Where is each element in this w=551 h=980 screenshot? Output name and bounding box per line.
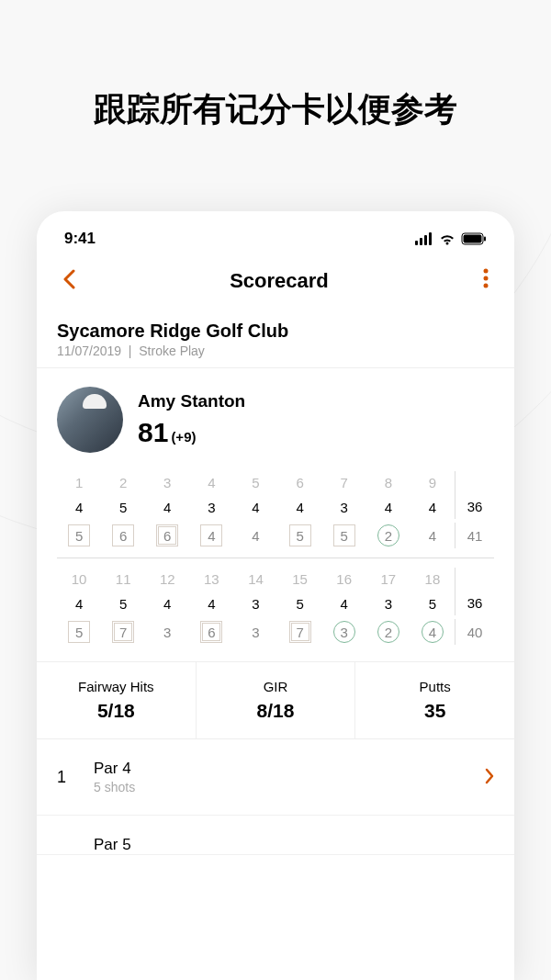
par-val: 4 xyxy=(57,592,101,615)
stat-label: GIR xyxy=(197,679,355,694)
score-cell[interactable]: 2 xyxy=(366,523,410,548)
hole-details: Par 4 5 shots xyxy=(94,760,485,794)
svg-point-7 xyxy=(484,269,489,274)
hole-num: 8 xyxy=(366,471,410,494)
score-cell[interactable]: 5 xyxy=(322,523,366,548)
score-total: 40 xyxy=(455,621,494,644)
score-total: 41 xyxy=(455,524,494,547)
par-val: 3 xyxy=(189,496,233,519)
score-cell[interactable]: 5 xyxy=(278,523,322,548)
par-val: 3 xyxy=(322,496,366,519)
par-total: 36 xyxy=(455,591,494,614)
nav-bar: Scorecard xyxy=(37,257,514,310)
hole-num: 18 xyxy=(410,568,455,591)
hole-num: 10 xyxy=(57,568,101,591)
score-diff: (+9) xyxy=(171,429,196,445)
hole-item[interactable]: 1 Par 4 5 shots xyxy=(37,739,514,816)
hole-num: 2 xyxy=(101,471,145,494)
course-meta: 11/07/2019 | Stroke Play xyxy=(57,344,494,358)
hole-num: 11 xyxy=(101,568,145,591)
hole-num: 15 xyxy=(278,568,322,591)
hole-num: 16 xyxy=(322,568,366,591)
chevron-left-icon xyxy=(62,269,75,289)
score-cell[interactable]: 7 xyxy=(278,619,322,645)
score-cell[interactable]: 6 xyxy=(145,523,189,548)
stat-value: 5/18 xyxy=(37,700,196,722)
stat-fairway[interactable]: Fairway Hits 5/18 xyxy=(37,662,197,738)
score-cell[interactable]: 6 xyxy=(189,619,233,645)
score-cell[interactable]: 4 xyxy=(410,619,455,645)
hole-num: 17 xyxy=(366,568,410,591)
back-button[interactable] xyxy=(55,266,83,296)
par-val: 4 xyxy=(278,496,322,519)
score-cell[interactable]: 4 xyxy=(189,523,233,548)
status-time: 9:41 xyxy=(64,230,96,248)
par-val: 5 xyxy=(101,496,145,519)
par-val: 4 xyxy=(145,592,189,615)
course-date: 11/07/2019 xyxy=(57,344,121,358)
divider xyxy=(57,558,494,558)
chevron-right-icon xyxy=(485,764,494,790)
stat-gir[interactable]: GIR 8/18 xyxy=(197,662,356,738)
svg-rect-6 xyxy=(484,237,486,242)
hole-num: 9 xyxy=(410,471,455,494)
more-button[interactable] xyxy=(476,268,496,294)
hole-item[interactable]: Par 5 xyxy=(37,816,514,855)
stats-row: Fairway Hits 5/18 GIR 8/18 Putts 35 xyxy=(37,661,514,739)
par-val: 4 xyxy=(57,496,101,519)
stat-value: 35 xyxy=(355,700,514,722)
hole-details: Par 5 xyxy=(94,836,494,854)
hole-num: 13 xyxy=(189,568,233,591)
hole-num: 4 xyxy=(189,471,233,494)
par-val: 3 xyxy=(366,592,410,615)
course-name: Sycamore Ridge Golf Club xyxy=(57,321,494,342)
score-cell[interactable]: 3 xyxy=(322,619,366,645)
stat-label: Fairway Hits xyxy=(37,679,196,694)
score-cell[interactable]: 3 xyxy=(233,619,277,645)
hole-shots: 5 shots xyxy=(94,780,485,794)
front-nine: 1234567894543443443656644552441 xyxy=(57,471,494,548)
avatar xyxy=(57,387,123,453)
svg-point-8 xyxy=(484,276,489,281)
course-header: Sycamore Ridge Golf Club 11/07/2019 | St… xyxy=(37,310,514,368)
score-cell[interactable]: 4 xyxy=(410,523,455,548)
score-cell[interactable]: 5 xyxy=(57,523,101,548)
svg-rect-0 xyxy=(415,241,418,245)
score-cell[interactable]: 7 xyxy=(101,619,145,645)
battery-icon xyxy=(461,232,487,245)
par-val: 5 xyxy=(278,592,322,615)
player-info: Amy Stanton 81 (+9) xyxy=(138,391,245,448)
score-cell[interactable]: 2 xyxy=(366,619,410,645)
back-nine: 1011121314151617184544354353657363732440 xyxy=(57,568,494,645)
hole-num: 7 xyxy=(322,471,366,494)
hole-num: 5 xyxy=(233,471,277,494)
score-cell[interactable]: 6 xyxy=(101,523,145,548)
hole-par: Par 4 xyxy=(94,760,485,778)
svg-rect-1 xyxy=(420,238,422,245)
score-cell[interactable]: 5 xyxy=(57,619,101,645)
scorecard-grid: 1234567894543443443656644552441 10111213… xyxy=(37,464,514,645)
hole-number: 1 xyxy=(57,768,94,787)
hole-par: Par 5 xyxy=(94,836,494,854)
status-icons xyxy=(415,232,487,245)
hole-num: 14 xyxy=(233,568,277,591)
more-vertical-icon xyxy=(483,268,489,288)
par-val: 4 xyxy=(233,496,277,519)
par-val: 5 xyxy=(410,592,455,615)
nav-title: Scorecard xyxy=(83,269,476,293)
hole-num: 1 xyxy=(57,471,101,494)
stat-putts[interactable]: Putts 35 xyxy=(355,662,514,738)
stat-value: 8/18 xyxy=(197,700,355,722)
status-bar: 9:41 xyxy=(37,211,514,257)
player-score: 81 (+9) xyxy=(138,417,245,448)
svg-rect-5 xyxy=(464,235,482,243)
total-score: 81 xyxy=(138,417,168,448)
wifi-icon xyxy=(439,232,455,245)
course-mode: Stroke Play xyxy=(139,344,205,358)
score-cell[interactable]: 3 xyxy=(145,619,189,645)
player-name: Amy Stanton xyxy=(138,391,245,411)
page-headline: 跟踪所有记分卡以便参考 xyxy=(0,0,551,169)
svg-rect-2 xyxy=(424,235,427,245)
svg-rect-3 xyxy=(429,232,432,245)
score-cell[interactable]: 4 xyxy=(233,523,277,548)
